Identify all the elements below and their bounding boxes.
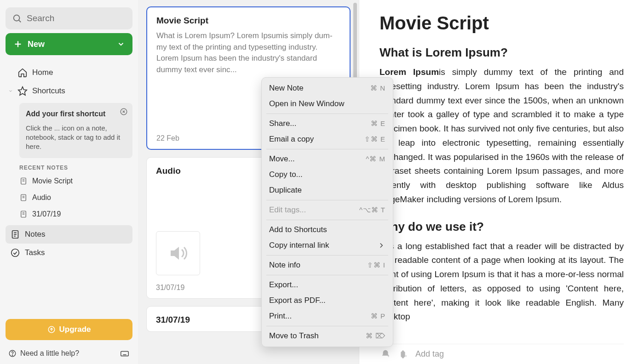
recent-notes-label: RECENT NOTES [6,161,132,173]
svg-line-1 [19,20,21,22]
menu-item-label: Duplicate [269,186,302,195]
search-icon [12,13,22,23]
sidebar-item-shortcuts[interactable]: Shortcuts [6,82,132,100]
help-icon [8,349,17,358]
check-circle-icon [10,248,20,258]
chevron-down-icon [117,40,125,48]
note-icon [19,193,28,202]
audio-thumbnail [156,231,200,275]
sidebar-item-label: Notes [25,230,45,239]
menu-shortcut: ⇧⌘ I [367,261,385,269]
menu-item[interactable]: Note info⇧⌘ I [262,257,393,273]
svg-rect-26 [121,351,129,356]
menu-item[interactable]: Print...⌘ P [262,308,393,324]
sidebar-item-home[interactable]: Home [6,63,132,82]
menu-item[interactable]: Open in New Window [262,96,393,112]
help-label: Need a little help? [20,349,79,358]
reminder-icon[interactable]: + [380,349,391,359]
note-card-title: Movie Script [156,16,340,26]
menu-separator [266,149,388,149]
svg-text:+: + [387,354,390,358]
menu-separator [266,220,388,220]
paragraph[interactable]: Lorem Ipsumis simply dummy text of the p… [380,65,624,207]
menu-item[interactable]: New Note⌘ N [262,80,393,96]
shortcut-hint-body: Click the ... icon on a note, notebook, … [26,124,126,152]
menu-item[interactable]: Duplicate [262,182,393,198]
heading[interactable]: Why do we use it? [380,220,624,234]
menu-item[interactable]: Email a copy⇧⌘ E [262,131,393,147]
body-text: is simply dummy text of the printing and… [380,67,624,204]
menu-item[interactable]: Add to Shortcuts [262,222,393,238]
editor-panel: Movie Script What is Lorem Ipsum? Lorem … [359,0,644,364]
menu-item-label: Copy internal link [269,241,329,250]
menu-item-label: Note info [269,261,300,270]
svg-text:+: + [405,354,407,358]
menu-item-label: Move... [269,154,295,164]
context-menu: New Note⌘ NOpen in New WindowShare...⌘ E… [261,77,393,347]
search-placeholder: Search [27,13,54,23]
tag-bar: + + Add tag [380,344,624,364]
menu-item-label: Export as PDF... [269,296,326,305]
note-title[interactable]: Movie Script [380,13,624,34]
shortcut-hint-card: Add your first shortcut Click the ... ic… [19,103,132,158]
chevron-down-icon[interactable] [8,87,13,95]
sidebar-item-label: Tasks [25,248,45,257]
menu-item-label: Print... [269,312,292,321]
svg-point-0 [14,15,20,21]
paragraph[interactable]: It is a long established fact that a rea… [380,239,624,324]
menu-item-label: Email a copy [269,135,314,144]
recent-note-item[interactable]: Movie Script [6,173,132,189]
close-icon[interactable] [120,108,128,116]
star-icon [17,86,28,96]
keyboard-icon[interactable] [120,348,130,358]
heading[interactable]: What is Lorem Ipsum? [380,46,624,60]
menu-item-label: Add to Shortcuts [269,225,327,234]
upgrade-button[interactable]: Upgrade [6,319,132,340]
menu-item[interactable]: Export... [262,277,393,293]
menu-item[interactable]: Copy internal link [262,238,393,253]
plus-icon [13,39,23,49]
note-icon [10,229,20,239]
chevron-right-icon [377,241,385,250]
menu-separator [266,326,388,326]
menu-separator [266,114,388,114]
help-row: Need a little help? [6,344,132,358]
help-link[interactable]: Need a little help? [8,349,79,358]
new-button-label: New [28,40,45,49]
add-tag-placeholder[interactable]: Add tag [415,349,444,359]
note-icon [19,177,28,185]
recent-note-item[interactable]: 31/07/19 [6,206,132,222]
menu-separator [266,255,388,256]
tag-icon[interactable]: + [398,349,408,359]
editor-content[interactable]: Movie Script What is Lorem Ipsum? Lorem … [380,13,624,344]
menu-item[interactable]: Move to Trash⌘ ⌦ [262,328,393,344]
svg-point-25 [12,355,12,355]
sidebar-item-label: Shortcuts [32,86,65,96]
menu-item[interactable]: Share...⌘ E [262,116,393,131]
menu-shortcut: ⌘ N [370,84,385,92]
shortcut-hint-title: Add your first shortcut [26,109,126,119]
upgrade-label: Upgrade [59,325,91,334]
svg-marker-4 [18,87,27,95]
menu-item[interactable]: Export as PDF... [262,293,393,308]
upgrade-icon [47,325,56,334]
new-button[interactable]: New [6,33,132,55]
search-input[interactable]: Search [6,7,132,29]
recent-note-item[interactable]: Audio [6,189,132,206]
sidebar-item-notes[interactable]: Notes [6,225,132,244]
note-card-preview: What is Lorem Ipsum? Lorem Ipsumis simpl… [156,30,340,76]
sidebar-item-tasks[interactable]: Tasks [6,244,132,262]
menu-item-label: Move to Trash [269,331,319,341]
nav-list: Home Shortcuts Add your first shortcut C… [6,63,132,262]
menu-shortcut: ⌘ P [371,312,385,320]
sidebar-item-label: Home [32,68,53,77]
menu-separator [266,200,388,200]
sidebar: Search New Home Shortcuts Add your first… [0,0,138,364]
menu-shortcut: ⌘ ⌦ [366,332,385,340]
menu-item[interactable]: Copy to... [262,167,393,182]
recent-note-label: 31/07/19 [32,210,61,218]
svg-point-21 [12,249,19,256]
recent-note-label: Audio [32,193,51,202]
menu-item[interactable]: Move...^⌘ M [262,151,393,167]
menu-item-label: Export... [269,280,298,290]
